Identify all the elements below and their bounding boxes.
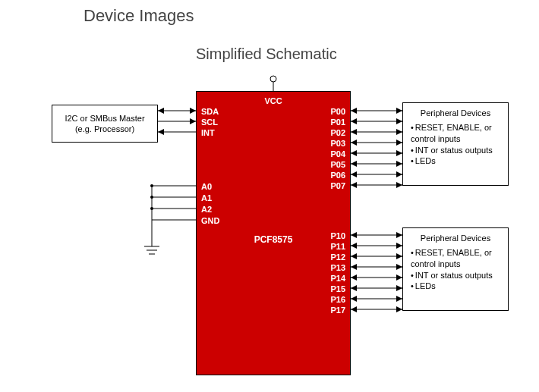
pin-gnd: GND bbox=[201, 216, 219, 225]
svg-marker-61 bbox=[351, 285, 357, 291]
svg-marker-31 bbox=[351, 140, 357, 146]
svg-marker-28 bbox=[351, 129, 357, 135]
svg-marker-40 bbox=[351, 171, 357, 177]
peripheral-item: INT or status outputs bbox=[411, 270, 502, 281]
svg-marker-63 bbox=[396, 296, 402, 302]
pin-p05: P05 bbox=[330, 160, 345, 169]
svg-marker-45 bbox=[396, 232, 402, 238]
pin-p14: P14 bbox=[330, 274, 345, 283]
svg-marker-51 bbox=[396, 253, 402, 259]
peripheral-box-2: Peripheral Devices RESET, ENABLE, or con… bbox=[402, 227, 509, 311]
pin-p11: P11 bbox=[330, 242, 345, 251]
pin-p03: P03 bbox=[330, 139, 345, 148]
svg-marker-33 bbox=[396, 150, 402, 156]
pin-p17: P17 bbox=[330, 306, 345, 315]
peripheral-item: RESET, ENABLE, or control inputs bbox=[411, 122, 502, 145]
subtitle: Simplified Schematic bbox=[196, 45, 337, 63]
pin-p02: P02 bbox=[330, 128, 345, 137]
svg-marker-4 bbox=[158, 108, 164, 114]
master-box: I2C or SMBus Master (e.g. Processor) bbox=[52, 105, 158, 143]
pin-p06: P06 bbox=[330, 171, 345, 180]
svg-marker-64 bbox=[351, 296, 357, 302]
svg-point-14 bbox=[150, 196, 153, 199]
svg-marker-30 bbox=[396, 140, 402, 146]
pin-sda: SDA bbox=[201, 107, 219, 116]
svg-point-13 bbox=[150, 184, 153, 187]
svg-marker-39 bbox=[396, 171, 402, 177]
pin-vcc: VCC bbox=[197, 96, 350, 105]
svg-marker-24 bbox=[396, 118, 402, 124]
pin-p13: P13 bbox=[330, 263, 345, 272]
svg-point-1 bbox=[270, 76, 276, 82]
svg-marker-8 bbox=[158, 129, 164, 135]
page-title: Device Images bbox=[84, 6, 194, 26]
peripheral-item: RESET, ENABLE, or control inputs bbox=[411, 247, 502, 270]
peripheral-item: LEDs bbox=[411, 281, 502, 292]
chip-block: VCC PCF8575 SDA SCL INT A0 A1 A2 GND P00… bbox=[196, 91, 351, 375]
pin-int: INT bbox=[201, 128, 215, 137]
pin-p07: P07 bbox=[330, 181, 345, 190]
pin-p04: P04 bbox=[330, 149, 345, 158]
svg-marker-46 bbox=[351, 232, 357, 238]
pin-p01: P01 bbox=[330, 118, 345, 127]
svg-marker-6 bbox=[190, 118, 196, 124]
pin-p16: P16 bbox=[330, 295, 345, 304]
chip-name: PCF8575 bbox=[197, 234, 350, 245]
svg-marker-49 bbox=[351, 243, 357, 249]
pin-a0: A0 bbox=[201, 182, 212, 191]
pin-p10: P10 bbox=[330, 231, 345, 240]
svg-point-15 bbox=[150, 207, 153, 210]
pin-scl: SCL bbox=[201, 118, 218, 127]
svg-marker-67 bbox=[351, 306, 357, 312]
svg-marker-27 bbox=[396, 129, 402, 135]
pin-a2: A2 bbox=[201, 205, 212, 214]
master-line1: I2C or SMBus Master bbox=[58, 113, 151, 124]
svg-marker-58 bbox=[351, 274, 357, 281]
svg-marker-21 bbox=[396, 108, 402, 114]
pin-p15: P15 bbox=[330, 284, 345, 293]
peripheral-item: LEDs bbox=[411, 155, 502, 167]
svg-marker-60 bbox=[396, 285, 402, 291]
svg-marker-57 bbox=[396, 274, 402, 281]
svg-marker-37 bbox=[351, 161, 357, 167]
pin-a1: A1 bbox=[201, 193, 212, 202]
peripheral-box-1: Peripheral Devices RESET, ENABLE, or con… bbox=[402, 102, 509, 186]
pin-p00: P00 bbox=[330, 107, 345, 116]
svg-marker-66 bbox=[396, 306, 402, 312]
svg-marker-22 bbox=[351, 108, 357, 114]
svg-marker-52 bbox=[351, 253, 357, 259]
svg-marker-36 bbox=[396, 161, 402, 167]
svg-marker-42 bbox=[396, 182, 402, 188]
peripheral-header-1: Peripheral Devices bbox=[409, 108, 502, 119]
master-line2: (e.g. Processor) bbox=[58, 124, 151, 134]
svg-marker-34 bbox=[351, 150, 357, 156]
svg-marker-43 bbox=[351, 182, 357, 188]
schematic-diagram: VCC PCF8575 SDA SCL INT A0 A1 A2 GND P00… bbox=[0, 68, 539, 387]
svg-marker-3 bbox=[190, 108, 196, 114]
svg-marker-25 bbox=[351, 118, 357, 124]
svg-marker-54 bbox=[396, 264, 402, 270]
pin-p12: P12 bbox=[330, 252, 345, 262]
svg-marker-48 bbox=[396, 243, 402, 249]
peripheral-item: INT or status outputs bbox=[411, 145, 502, 156]
peripheral-header-2: Peripheral Devices bbox=[409, 233, 502, 244]
svg-marker-55 bbox=[351, 264, 357, 270]
